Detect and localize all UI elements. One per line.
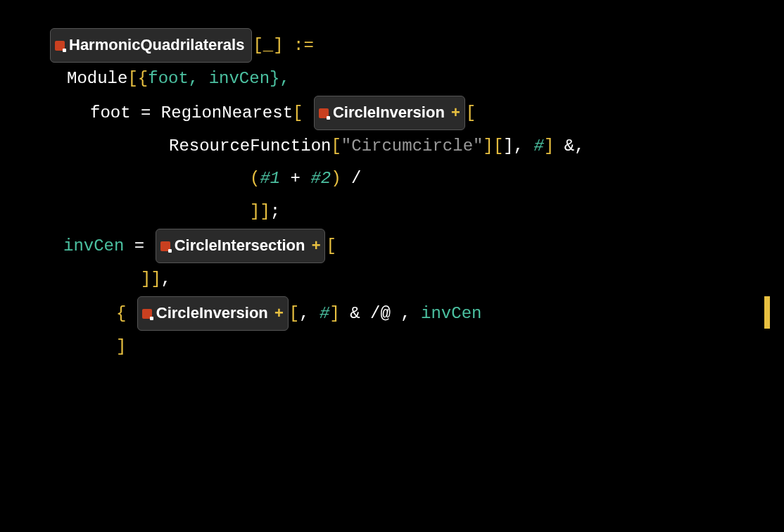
resource-circle-inversion: CircleInversion [314,96,465,130]
code-line-9: { CircleInversion [, #] & /@ , invCen [14,296,770,331]
slot-2: #2 [310,169,331,188]
code-line-7: invCen = CircleIntersection [ [14,229,770,263]
bracket: ] [329,303,339,322]
token-module: Module [67,69,127,88]
code-line-3: foot = RegionNearest[ CircleInversion [ [14,96,770,130]
var-invcen-2: invCen [421,303,481,322]
token-regionnearest: RegionNearest [161,103,293,122]
var-foot: foot [148,69,189,88]
bracket: ] [544,137,554,156]
slot-hash-2: # [320,303,329,322]
code-line-5: (#1 + #2) / [14,163,770,196]
code: , [400,303,421,322]
code: , [299,303,320,322]
paren: ) [331,169,341,188]
bracket: [ [466,103,476,122]
code: ], [503,137,533,156]
token-foot: foot = [90,103,161,122]
var-invcen: invCen [63,236,124,255]
code: , [161,270,171,289]
bracket: ][ [483,137,503,156]
bracket: ] [116,337,126,356]
paren: ( [250,169,260,188]
code-line-6: ]]; [14,196,770,229]
bracket: [ [326,236,336,255]
resource-harmonic-quadrilaterals: HarmonicQuadrilaterals [50,28,252,63]
code: & /@ [340,303,400,322]
resource-icon [160,241,170,251]
code: &, [554,137,584,156]
bracket: [ [293,103,303,122]
code-line-8: ]], [14,263,770,296]
string-circumcircle: "Circumcircle" [341,137,483,156]
resource-circle-inversion-2: CircleInversion [137,296,289,331]
code-line-4: ResourceFunction["Circumcircle"][], #] &… [14,130,770,163]
overflow-indicator [764,296,770,329]
token-resourcefunction: ResourceFunction [169,137,331,156]
bracket: ]] [141,270,161,289]
code-line-2: Module[{foot, invCen}, [14,63,770,96]
semicolon: ; [270,202,280,221]
slot-1: #1 [260,169,280,188]
code-line-10: ] [14,331,770,364]
resource-icon [319,108,329,118]
var-invcen: , invCen}, [189,69,290,88]
resource-icon [55,41,65,51]
bracket: [{ [127,69,148,88]
code: = [124,236,154,255]
bracket: [ [289,303,299,322]
code-line-1: HarmonicQuadrilaterals [_] := [14,28,770,63]
bracket: [ [331,137,341,156]
brace: { [116,303,126,322]
code-text: [_] := [253,36,313,55]
resource-circle-intersection: CircleIntersection [156,229,326,263]
code: + [280,169,310,188]
resource-icon [142,309,152,319]
code: / [341,169,362,188]
bracket: ]] [250,202,270,221]
slot-hash: # [534,137,544,156]
